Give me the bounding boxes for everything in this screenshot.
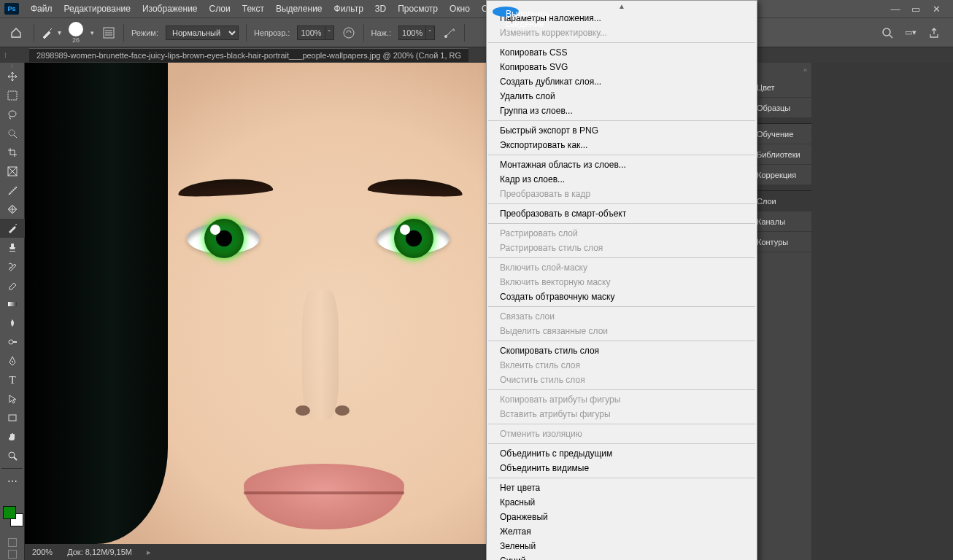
brush-tool[interactable] [0,219,25,238]
separator [34,24,34,42]
blur-tool[interactable] [0,314,25,332]
ctx-синий[interactable]: Синий [487,553,757,560]
svg-rect-18 [9,415,16,421]
svg-rect-5 [8,91,17,100]
gradient-tool[interactable] [0,295,25,314]
brush-preview[interactable]: ▾ [42,27,61,39]
stamp-tool[interactable] [0,238,25,257]
path-select-tool[interactable] [0,389,25,408]
ctx-быстрый-экспорт-в-png[interactable]: Быстрый экспорт в PNG [487,123,757,138]
ctx-включить-слой-маску: Включить слой-маску [487,260,757,275]
lasso-tool[interactable] [0,105,25,124]
collapse-dock-right[interactable]: » [803,66,807,74]
opacity-drop[interactable]: ˅ [325,26,334,40]
ctx-экспортировать-как-[interactable]: Экспортировать как... [487,138,757,152]
main-area: ⁞ T ⋯ [0,63,953,560]
opacity-value[interactable]: 100% [297,26,325,40]
close-button[interactable]: ✕ [931,4,941,14]
share-icon[interactable] [927,26,941,40]
airbrush-icon[interactable] [442,26,457,40]
zoom-tool[interactable] [0,446,25,465]
window-controls: — ▭ ✕ [890,4,949,14]
crop-tool[interactable] [0,143,25,162]
ctx-преобразовать-в-смарт-объект[interactable]: Преобразовать в смарт-объект [487,206,757,221]
flow-drop[interactable]: ˅ [426,26,435,40]
fg-color[interactable] [3,506,16,519]
ctx-красный[interactable]: Красный [487,495,757,510]
flow-value[interactable]: 100% [398,26,426,40]
status-caret[interactable]: ▸ [147,548,151,557]
ctx-оранжевый[interactable]: Оранжевый [487,510,757,524]
ctx-кадр-из-слоев-[interactable]: Кадр из слоев... [487,172,757,187]
search-icon[interactable] [880,26,895,40]
marquee-tool[interactable] [0,86,25,105]
restore-button[interactable]: ▭ [911,4,921,14]
screenmode-toggle[interactable] [0,548,24,560]
menu-Текст[interactable]: Текст [236,1,270,16]
svg-point-6 [9,111,16,117]
brush-settings-icon[interactable] [101,26,116,40]
ctx-зеленый[interactable]: Зеленый [487,539,757,553]
ctx-выполнить-сведение[interactable]: Выполнить сведение [493,7,519,17]
menu-Просмотр[interactable]: Просмотр [392,1,444,16]
edit-toolbar-icon[interactable]: ⋯ [0,472,25,491]
eyedropper-tool[interactable] [0,181,25,200]
ctx-скопировать-стиль-слоя[interactable]: Скопировать стиль слоя [487,343,757,358]
brush-size-preview[interactable]: 26 [69,22,83,44]
home-icon[interactable] [6,23,26,43]
menu-separator [488,257,755,258]
ctx-связать-слои: Связать слои [487,309,757,324]
zoom-level[interactable]: 200% [32,548,53,556]
healing-tool[interactable] [0,200,25,219]
ctx-копировать-css[interactable]: Копировать CSS [487,45,757,60]
eraser-tool[interactable] [0,276,25,295]
history-brush-tool[interactable] [0,257,25,276]
ctx-создать-дубликат-слоя-[interactable]: Создать дубликат слоя... [487,74,757,89]
ctx-монтажная-область-из-слоев-[interactable]: Монтажная область из слоев... [487,158,757,172]
ctx-объединить-с-предыдущим[interactable]: Объединить с предыдущим [487,446,757,461]
shape-tool[interactable] [0,408,25,427]
svg-point-2 [444,35,447,38]
menu-separator [488,155,755,155]
document-tab[interactable]: 2898989-women-brunette-face-juicy-lips-b… [29,48,468,62]
menu-Фильтр[interactable]: Фильтр [328,1,369,16]
separator [123,24,124,42]
type-tool[interactable]: T [0,370,25,389]
ctx-очистить-стиль-слоя: Очистить стиль слоя [487,373,757,387]
tab-handle-icon[interactable]: ⁞ [4,52,7,59]
ctx-отменить-изоляцию: Отменить изоляцию [487,427,757,441]
ctx-создать-обтравочную-маску[interactable]: Создать обтравочную маску [487,289,757,304]
ctx-копировать-svg[interactable]: Копировать SVG [487,60,757,74]
move-tool[interactable] [0,67,25,86]
ctx-группа-из-слоев-[interactable]: Группа из слоев... [487,104,757,118]
menu-Изображение[interactable]: Изображение [136,1,204,16]
minimize-button[interactable]: — [890,4,900,14]
workspace-icon[interactable]: ▭▾ [903,26,918,40]
menu-bar: Ps ФайлРедактированиеИзображениеСлоиТекс… [0,0,953,18]
color-swatches[interactable] [0,503,24,537]
menu-Редактирование[interactable]: Редактирование [58,1,136,16]
ctx-желтая[interactable]: Желтая [487,524,757,539]
menu-Файл[interactable]: Файл [25,1,58,16]
ctx-объединить-видимые[interactable]: Объединить видимые [487,461,757,475]
hand-tool[interactable] [0,427,25,446]
quickmask-toggle[interactable] [0,537,24,548]
frame-tool[interactable] [0,162,25,181]
blend-mode-select[interactable]: Нормальный [166,26,239,40]
menu-separator [488,424,755,424]
menu-Слои[interactable]: Слои [204,1,236,16]
svg-line-4 [890,35,892,38]
menu-3D[interactable]: 3D [369,1,392,16]
pressure-opacity-icon[interactable] [342,26,356,40]
rail-label: Цвет [757,83,775,92]
menu-Выделение[interactable]: Выделение [270,1,328,16]
dodge-tool[interactable] [0,332,25,351]
separator [464,24,465,42]
ctx-удалить-слой[interactable]: Удалить слой [487,89,757,104]
menu-Окно[interactable]: Окно [444,1,476,16]
quick-select-tool[interactable] [0,124,25,143]
pen-tool[interactable] [0,351,25,370]
svg-point-17 [12,361,13,362]
ctx-нет-цвета[interactable]: Нет цвета [487,481,757,495]
layer-context-menu: ▲ Параметры наложения...Изменить коррект… [486,0,757,560]
